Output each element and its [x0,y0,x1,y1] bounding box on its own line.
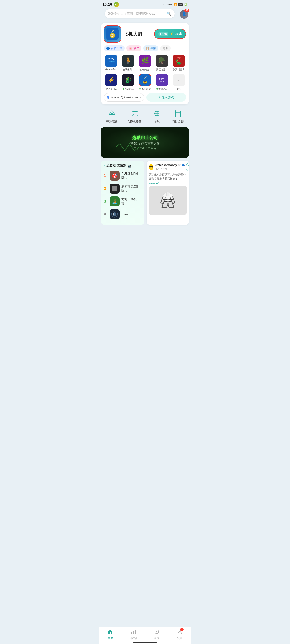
svg-text:🦕: 🦕 [176,59,182,65]
game-name-gamestoday: GamesTo... [105,68,117,71]
camera-icon: 📷 [127,164,131,168]
game-name-juluoji: 侏罗纪世界 [173,68,185,71]
quick-action-planet[interactable]: 星球 [152,109,162,124]
hot-game-row-3[interactable]: 3 🏝️ 方舟：终极移... [104,196,141,206]
svg-text:✈️: ✈️ [143,76,147,80]
game-status-feijidachu: 飞机大厨 [139,87,151,90]
game-icon-feijidachu: ✈️👩 [139,74,151,86]
svg-text:👩‍🍳: 👩‍🍳 [111,34,114,37]
game-icon-fortnite: FORTNITE [156,74,168,86]
tag-detail[interactable]: 📋 详情 [143,45,158,51]
app-info: 飞机大厨 [121,31,154,37]
tag-hot[interactable]: 🌸 热议 [126,45,141,51]
game-item-diqiumori[interactable]: 🧍 地球末日... [121,54,136,71]
game-banner[interactable]: 边狱巴士公司 第5次瓦尔普吉斯之夜 由子弹画下的句点 [101,127,189,158]
game-icon-zhiwu: 🌿 [139,54,151,67]
hot-game-icon-2 [110,184,120,194]
avatar-button[interactable]: 👤 17 [180,10,188,18]
flag-icon: 🔵 [182,164,185,166]
game-item-zhiwu[interactable]: 🌿 植物来战... [138,54,153,71]
game-item-more[interactable]: ··· 更多 [171,74,186,90]
game-item-juluoji[interactable]: JW🦕 侏罗纪世界 [171,54,186,71]
accel-node-label: 1↑ hk [158,32,168,36]
status-dot-qilongzhu [123,88,124,90]
google-email: isjaca57@gmail.com [112,96,138,99]
accelerate-label: 加速 [175,32,182,36]
game-item-gamestoday[interactable]: todayGames GamesTo... [104,54,119,71]
status-bar: 10:16 ▶ 3.41 MB/S 📶 4D 🔋 [99,0,191,8]
hot-game-icon-1: 🎯 [110,171,120,181]
hot-game-name-4: Steam [121,212,131,216]
planet-icon [152,109,162,118]
follow-button[interactable]: +关注 [186,163,189,171]
game-item-honkai[interactable]: ⚡ 绝区零（... [104,74,119,90]
featured-icon-svg: ✈️ 👩‍🍳 [106,28,119,40]
quick-action-vip[interactable]: VIP免费领 [128,109,141,124]
search-icon[interactable]: 🔍 [167,12,171,16]
google-login-button[interactable]: G isjaca57@gmail.com › [104,93,144,102]
card-bottom-row: G isjaca57@gmail.com › + 导入游戏 [104,93,186,102]
game-item-feijidachu[interactable]: ✈️👩 飞机大厨 [138,74,153,90]
hot-game-name-1: PUBG M(国际... [121,172,141,180]
tags-row: 🔵 谷歌加速 🌸 热议 📋 详情 更多 [104,45,186,51]
svg-rect-35 [112,186,117,191]
game-item-qilongzhu[interactable]: 🐉 七龙珠... [121,74,136,90]
hot-game-name-3: 方舟：终极移... [121,197,141,206]
hot-game-row-1[interactable]: 1 🎯 PUBG M(国际... [104,171,141,181]
game-name-feijidachu: 飞机大厨 [141,87,151,90]
svg-rect-45 [167,203,169,205]
games-grid-row1: todayGames GamesTo... 🧍 地球末日... 🌿 植物来战..… [104,54,186,71]
search-bar[interactable]: 跑跑姜饼人：王国（饼干酷跑 Co... 🔍 [105,10,175,18]
accelerate-button[interactable]: 1↑ hk ⚡ 加速 [154,29,186,39]
hot-rank-2: 2 [104,186,108,191]
svg-text:✈️: ✈️ [111,30,114,33]
google-icon: 🔵 [106,47,110,50]
svg-rect-44 [167,201,169,202]
import-game-button[interactable]: + 导入游戏 [146,93,186,102]
quick-action-highspeed[interactable]: 开通高速 [106,109,118,124]
game-icon-honkai: ⚡ [105,74,117,86]
game-name-honkai: 绝区零（... [106,87,117,90]
hot-games-card: " 近期热议游戏 📷 1 🎯 PUBG M(国际... 2 罗布乐思(国际...… [101,161,144,225]
tag-hot-label: 热议 [133,46,139,50]
planet-label: 星球 [154,120,160,124]
hot-game-icon-3: 🏝️ [110,196,120,206]
hot-icon: 🌸 [129,47,132,50]
quick-action-feedback[interactable]: 帮助反馈 [172,109,184,124]
game-name-more: 更多 [176,87,181,90]
lightning-icon: ⚡ [170,32,174,36]
svg-text:Games: Games [108,60,115,63]
svg-rect-27 [132,112,138,116]
svg-rect-43 [167,199,169,200]
game-item-fortnite[interactable]: FORTNITE 堡垒之... [154,74,169,90]
feedback-icon [173,109,183,118]
bottom-section: " 近期热议游戏 📷 1 🎯 PUBG M(国际... 2 罗布乐思(国际...… [101,161,189,225]
tag-more-label: 更多 [163,46,168,50]
hot-game-name-2: 罗布乐思(国际... [121,184,141,193]
social-post-image [149,186,187,215]
svg-text:NITE: NITE [160,80,164,83]
svg-text:🧍: 🧍 [124,57,132,64]
social-header: 😎 ProfessorMoody 🏳️ 🔵 11-17 12:21 +关注 [149,163,187,171]
tag-google[interactable]: 🔵 谷歌加速 [104,45,125,51]
game-item-menglu[interactable]: 🪖 勇猛之路... [154,54,169,71]
games-grid-row2: ⚡ 绝区零（... 🐉 七龙珠... ✈️👩 飞机大厨 FORTNI [104,74,186,90]
game-status-fortnite: 堡垒之... [156,87,167,90]
hot-game-row-4[interactable]: 4 Steam [104,209,141,219]
app-icon-featured[interactable]: ✈️ 👩‍🍳 [104,26,121,42]
tag-detail-label: 详情 [150,46,156,50]
game-icon-juluoji: JW🦕 [173,54,185,67]
svg-text:🌿: 🌿 [141,57,149,64]
hot-rank-4: 4 [104,212,108,216]
lte-badge: 4D [178,3,183,6]
detail-icon: 📋 [146,47,149,50]
hot-game-row-2[interactable]: 2 罗布乐思(国际... [104,184,141,194]
search-row: 跑跑姜饼人：王国（饼干酷跑 Co... 🔍 👤 17 [99,8,191,22]
signal-icon: 📶 [173,3,177,6]
quick-actions: 开通高速 VIP免费领 星球 帮助反馈 [99,104,191,127]
status-dot-feijidachu [139,88,141,90]
tag-more[interactable]: 更多 [160,45,171,51]
feedback-label: 帮助反馈 [172,120,184,124]
svg-text:🐉: 🐉 [125,76,132,83]
app-highlight-row: ✈️ 👩‍🍳 飞机大厨 1↑ hk ⚡ 加速 [104,26,186,42]
